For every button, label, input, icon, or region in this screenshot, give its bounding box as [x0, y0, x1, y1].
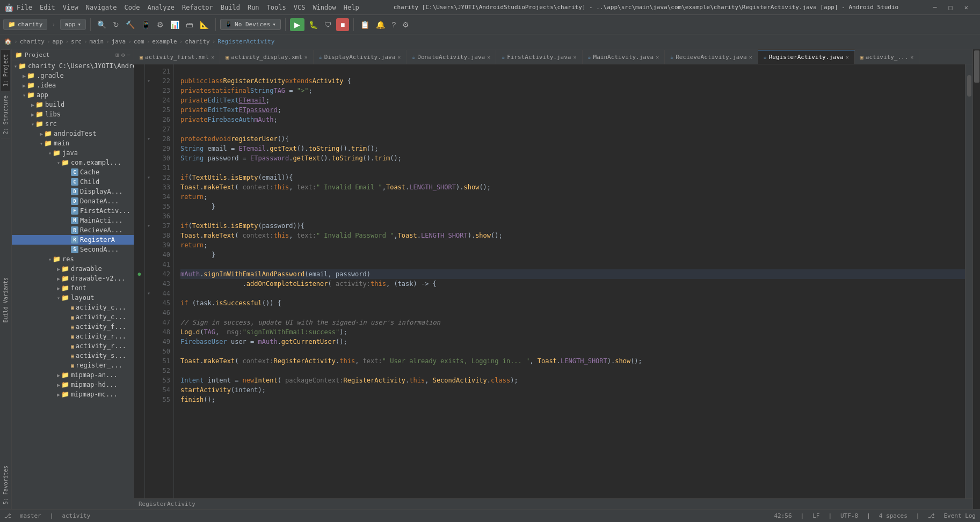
menu-item-refactor[interactable]: Refactor — [182, 4, 213, 11]
device-selector[interactable]: 📱 No Devices ▾ — [220, 19, 281, 30]
tab-register-activity-java[interactable]: ☕ RegisterActivity.java ✕ — [758, 50, 855, 64]
breadcrumb-app[interactable]: app — [53, 38, 63, 45]
left-tab-build-variants[interactable]: Build Variants — [1, 138, 10, 461]
tree-item-main[interactable]: ▾ 📁 main — [12, 138, 134, 148]
tree-item-activity-c1[interactable]: ▣ activity_c... — [12, 303, 134, 312]
sidebar-gear-icon[interactable]: ⚙ — [121, 52, 125, 58]
sidebar-collapse-icon[interactable]: − — [127, 52, 130, 58]
tree-item-build[interactable]: ▶ 📁 build — [12, 100, 134, 109]
left-tab-project[interactable]: 1: Project — [1, 49, 10, 91]
tab-close-donate-activity[interactable]: ✕ — [487, 54, 490, 60]
tree-item-registera[interactable]: R RegisterA — [12, 235, 134, 245]
tree-item-androidtest[interactable]: ▶ 📁 androidTest — [12, 129, 134, 138]
help-btn[interactable]: ? — [389, 18, 398, 31]
tab-first-activity-java[interactable]: ☕ FirstActivity.java ✕ — [496, 50, 582, 64]
breadcrumb-java[interactable]: java — [112, 38, 126, 45]
tree-item-donatea[interactable]: D DonateA... — [12, 196, 134, 206]
sidebar-external-icon[interactable]: ⊞ — [115, 52, 119, 58]
database-btn[interactable]: 🗃 — [184, 18, 195, 31]
tab-donate-activity-java[interactable]: ☕ DonateActivity.java ✕ — [406, 50, 496, 64]
menu-item-view[interactable]: View — [63, 4, 78, 11]
menu-item-code[interactable]: Code — [125, 4, 140, 11]
tree-item-activity-r1[interactable]: ▣ activity_r... — [12, 332, 134, 341]
menu-item-analyze[interactable]: Analyze — [147, 4, 175, 11]
breadcrumb-charity[interactable]: 🏠 — [4, 38, 12, 45]
tree-item-res[interactable]: ▾ 📁 res — [12, 254, 134, 264]
tree-item-drawable[interactable]: ▶ 📁 drawable — [12, 264, 134, 274]
tree-item-font[interactable]: ▶ 📁 font — [12, 283, 134, 293]
tree-item-java[interactable]: ▾ 📁 java — [12, 148, 134, 158]
tree-item-activity-s[interactable]: ▣ activity_s... — [12, 351, 134, 361]
tree-item-activity-r2[interactable]: ▣ activity_r... — [12, 341, 134, 351]
coverage-button[interactable]: 🛡 — [322, 18, 334, 31]
left-tab-favorites[interactable]: 5: Favorites — [1, 461, 10, 509]
tree-item-cache[interactable]: C Cache — [12, 167, 134, 177]
menu-item-vcs[interactable]: VCS — [294, 4, 306, 11]
tree-item-register-xml[interactable]: ▣ register_... — [12, 361, 134, 370]
tree-item-drawable-v2[interactable]: ▶ 📁 drawable-v2... — [12, 274, 134, 283]
tab-close-display-activity[interactable]: ✕ — [397, 54, 401, 60]
tree-item-src[interactable]: ▾ 📁 src — [12, 119, 134, 129]
avd-btn[interactable]: 📱 — [139, 18, 153, 31]
project-selector[interactable]: 📁 charity — [3, 19, 47, 30]
tree-item-seconda[interactable]: S SecondA... — [12, 245, 134, 254]
tree-item-mainacti[interactable]: M MainActi... — [12, 216, 134, 225]
profiler-btn[interactable]: 📊 — [168, 18, 182, 31]
notifications-btn[interactable]: 🔔 — [374, 18, 387, 31]
tab-activity-dots[interactable]: ▣ activity_... ✕ — [855, 50, 920, 64]
gradle-btn[interactable]: 🔨 — [124, 18, 137, 31]
code-editor[interactable]: ● ▾ — [134, 64, 972, 498]
tab-close-register-activity[interactable]: ✕ — [846, 54, 849, 60]
tab-close-recieve-activity[interactable]: ✕ — [749, 54, 752, 60]
breadcrumb-main[interactable]: main — [90, 38, 104, 45]
menu-item-navigate[interactable]: Navigate — [86, 4, 117, 11]
tab-recieve-activity-java[interactable]: ☕ RecieveActivity.java ✕ — [665, 50, 758, 64]
menu-item-edit[interactable]: Edit — [40, 4, 55, 11]
tab-close-activity-display[interactable]: ✕ — [304, 54, 308, 60]
window-minimize-icon[interactable]: ─ — [933, 4, 937, 11]
tree-item-child[interactable]: C Child — [12, 177, 134, 187]
menu-item-window[interactable]: Window — [313, 4, 336, 11]
breadcrumb-register[interactable]: RegisterActivity — [217, 38, 274, 45]
window-close-icon[interactable]: ✕ — [964, 4, 968, 11]
breadcrumb-charity2[interactable]: charity — [185, 38, 209, 45]
tree-item-displaya[interactable]: D DisplayA... — [12, 187, 134, 196]
run-button[interactable]: ▶ — [290, 18, 304, 31]
tree-item-com-example[interactable]: ▾ 📁 com.exampl... — [12, 158, 134, 167]
tree-item-layout[interactable]: ▾ 📁 layout — [12, 293, 134, 303]
tree-item-recievea[interactable]: R RecieveA... — [12, 225, 134, 235]
debug-button[interactable]: 🐛 — [307, 18, 320, 31]
tree-item-activity-f[interactable]: ▣ activity_f... — [12, 322, 134, 332]
tab-close-first-activity[interactable]: ✕ — [573, 54, 576, 60]
tree-item-root[interactable]: ▾ 📁 charity C:\Users\JYOTI\Andro... — [12, 61, 134, 71]
breadcrumb-charity-label[interactable]: charity — [20, 38, 45, 45]
menu-item-build[interactable]: Build — [221, 4, 240, 11]
tab-activity-display-xml[interactable]: ▣ activity_display.xml ✕ — [220, 50, 314, 64]
tab-main-activity-java[interactable]: ☕ MainActivity.java ✕ — [583, 50, 665, 64]
tree-item-app[interactable]: ▾ 📁 app — [12, 90, 134, 100]
module-selector[interactable]: app ▾ — [60, 19, 86, 30]
breadcrumb-src[interactable]: src — [71, 38, 82, 45]
tree-item-firstactiv[interactable]: F FirstActiv... — [12, 206, 134, 216]
tree-item-mipmap-mc[interactable]: ▶ 📁 mipmap-mc... — [12, 389, 134, 399]
tree-item-idea[interactable]: ▶ 📁 .idea — [12, 80, 134, 90]
menu-item-run[interactable]: Run — [248, 4, 259, 11]
tree-item-mipmap-hd[interactable]: ▶ 📁 mipmap-hd... — [12, 380, 134, 389]
code-text[interactable]: public class RegisterActivity extends Ac… — [174, 64, 965, 498]
breadcrumb-com[interactable]: com — [134, 38, 144, 45]
tree-item-activity-c2[interactable]: ▣ activity_c... — [12, 312, 134, 322]
tab-close-activity-first-xml[interactable]: ✕ — [211, 54, 214, 60]
tree-item-gradle[interactable]: ▶ 📁 .gradle — [12, 71, 134, 80]
tab-close-activity-dots[interactable]: ✕ — [910, 54, 913, 60]
layout-inspector-btn[interactable]: 📐 — [198, 18, 211, 31]
breadcrumb-example[interactable]: example — [152, 38, 177, 45]
tree-item-libs[interactable]: ▶ 📁 libs — [12, 109, 134, 119]
settings-btn[interactable]: ⚙ — [400, 18, 411, 31]
event-log-btn[interactable]: 📋 — [358, 18, 372, 31]
menu-item-help[interactable]: Help — [344, 4, 359, 11]
window-maximize-icon[interactable]: □ — [949, 4, 953, 11]
menu-item-file[interactable]: File — [17, 4, 32, 11]
stop-button[interactable]: ■ — [336, 18, 349, 31]
menu-item-tools[interactable]: Tools — [267, 4, 286, 11]
sdk-btn[interactable]: ⚙ — [155, 18, 166, 31]
